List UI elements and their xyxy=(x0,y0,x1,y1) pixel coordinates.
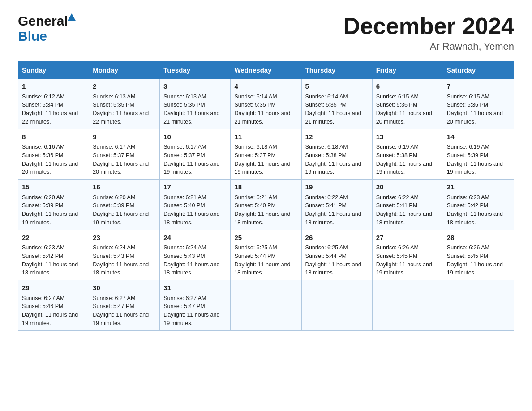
sunset-text: Sunset: 5:43 PM xyxy=(163,252,227,261)
daylight-text: Daylight: 11 hours and 20 minutes. xyxy=(22,160,85,177)
day-number: 18 xyxy=(234,182,297,193)
daylight-text: Daylight: 11 hours and 19 minutes. xyxy=(447,160,510,177)
daylight-text: Daylight: 11 hours and 18 minutes. xyxy=(234,261,297,278)
daylight-text: Daylight: 11 hours and 18 minutes. xyxy=(447,210,510,227)
sunset-text: Sunset: 5:37 PM xyxy=(93,151,156,160)
sunset-text: Sunset: 5:43 PM xyxy=(93,252,156,261)
day-number: 20 xyxy=(376,182,439,193)
day-info: Sunrise: 6:25 AMSunset: 5:44 PMDaylight:… xyxy=(234,244,297,277)
day-info: Sunrise: 6:13 AMSunset: 5:35 PMDaylight:… xyxy=(93,93,156,126)
sunset-text: Sunset: 5:36 PM xyxy=(447,101,510,109)
logo-triangle-icon xyxy=(67,13,76,22)
day-number: 28 xyxy=(447,233,510,243)
day-info: Sunrise: 6:26 AMSunset: 5:45 PMDaylight:… xyxy=(447,244,510,277)
calendar-cell: 3Sunrise: 6:13 AMSunset: 5:35 PMDaylight… xyxy=(160,79,231,129)
calendar-table: SundayMondayTuesdayWednesdayThursdayFrid… xyxy=(18,61,514,331)
day-info: Sunrise: 6:12 AMSunset: 5:34 PMDaylight:… xyxy=(22,93,85,126)
sunrise-text: Sunrise: 6:25 AM xyxy=(305,244,369,252)
calendar-cell: 26Sunrise: 6:25 AMSunset: 5:44 PMDayligh… xyxy=(301,230,372,280)
calendar-cell: 19Sunrise: 6:22 AMSunset: 5:41 PMDayligh… xyxy=(301,180,372,230)
sunset-text: Sunset: 5:45 PM xyxy=(376,252,439,261)
day-info: Sunrise: 6:16 AMSunset: 5:36 PMDaylight:… xyxy=(22,143,85,176)
sunset-text: Sunset: 5:35 PM xyxy=(305,101,369,109)
day-number: 9 xyxy=(93,132,156,142)
sunrise-text: Sunrise: 6:22 AM xyxy=(305,193,369,202)
calendar-cell: 31Sunrise: 6:27 AMSunset: 5:47 PMDayligh… xyxy=(160,280,231,331)
calendar-cell: 6Sunrise: 6:15 AMSunset: 5:36 PMDaylight… xyxy=(372,79,443,129)
sunrise-text: Sunrise: 6:14 AM xyxy=(234,93,297,101)
calendar-header-row: SundayMondayTuesdayWednesdayThursdayFrid… xyxy=(18,62,514,79)
sunset-text: Sunset: 5:36 PM xyxy=(376,101,439,109)
daylight-text: Daylight: 11 hours and 18 minutes. xyxy=(163,210,227,227)
sunset-text: Sunset: 5:39 PM xyxy=(22,201,85,210)
calendar-week-row: 15Sunrise: 6:20 AMSunset: 5:39 PMDayligh… xyxy=(18,180,514,230)
daylight-text: Daylight: 11 hours and 19 minutes. xyxy=(22,210,85,227)
day-number: 17 xyxy=(163,182,227,193)
day-number: 13 xyxy=(376,132,439,142)
sunrise-text: Sunrise: 6:15 AM xyxy=(376,93,439,101)
calendar-location: Ar Rawnah, Yemen xyxy=(343,41,514,52)
calendar-cell: 5Sunrise: 6:14 AMSunset: 5:35 PMDaylight… xyxy=(301,79,372,129)
day-info: Sunrise: 6:15 AMSunset: 5:36 PMDaylight:… xyxy=(447,93,510,126)
day-number: 7 xyxy=(447,81,510,92)
daylight-text: Daylight: 11 hours and 19 minutes. xyxy=(234,160,297,177)
calendar-cell: 20Sunrise: 6:22 AMSunset: 5:41 PMDayligh… xyxy=(372,180,443,230)
day-info: Sunrise: 6:20 AMSunset: 5:39 PMDaylight:… xyxy=(93,193,156,227)
day-number: 30 xyxy=(93,283,156,293)
sunrise-text: Sunrise: 6:21 AM xyxy=(163,193,227,202)
column-header-saturday: Saturday xyxy=(443,62,514,79)
sunrise-text: Sunrise: 6:27 AM xyxy=(163,294,227,303)
calendar-cell: 7Sunrise: 6:15 AMSunset: 5:36 PMDaylight… xyxy=(443,79,514,129)
daylight-text: Daylight: 11 hours and 22 minutes. xyxy=(22,109,85,126)
sunset-text: Sunset: 5:41 PM xyxy=(376,201,439,210)
daylight-text: Daylight: 11 hours and 19 minutes. xyxy=(93,210,156,227)
calendar-cell: 14Sunrise: 6:19 AMSunset: 5:39 PMDayligh… xyxy=(443,129,514,180)
sunset-text: Sunset: 5:44 PM xyxy=(305,252,369,261)
day-number: 11 xyxy=(234,132,297,142)
calendar-cell: 24Sunrise: 6:24 AMSunset: 5:43 PMDayligh… xyxy=(160,230,231,280)
day-number: 4 xyxy=(234,81,297,92)
day-number: 26 xyxy=(305,233,369,243)
day-number: 29 xyxy=(22,283,85,293)
calendar-cell: 4Sunrise: 6:14 AMSunset: 5:35 PMDaylight… xyxy=(231,79,301,129)
day-number: 27 xyxy=(376,233,439,243)
day-info: Sunrise: 6:14 AMSunset: 5:35 PMDaylight:… xyxy=(234,93,297,126)
day-info: Sunrise: 6:18 AMSunset: 5:38 PMDaylight:… xyxy=(305,143,369,176)
day-number: 31 xyxy=(163,283,227,293)
svg-marker-0 xyxy=(67,13,76,21)
sunset-text: Sunset: 5:44 PM xyxy=(234,252,297,261)
sunset-text: Sunset: 5:35 PM xyxy=(93,101,156,109)
day-info: Sunrise: 6:22 AMSunset: 5:41 PMDaylight:… xyxy=(376,193,439,227)
sunrise-text: Sunrise: 6:18 AM xyxy=(234,143,297,151)
sunrise-text: Sunrise: 6:26 AM xyxy=(376,244,439,252)
daylight-text: Daylight: 11 hours and 19 minutes. xyxy=(305,160,369,177)
day-number: 6 xyxy=(376,81,439,92)
day-number: 10 xyxy=(163,132,227,142)
sunrise-text: Sunrise: 6:19 AM xyxy=(376,143,439,151)
calendar-week-row: 22Sunrise: 6:23 AMSunset: 5:42 PMDayligh… xyxy=(18,230,514,280)
column-header-thursday: Thursday xyxy=(301,62,372,79)
calendar-cell: 17Sunrise: 6:21 AMSunset: 5:40 PMDayligh… xyxy=(160,180,231,230)
calendar-cell: 18Sunrise: 6:21 AMSunset: 5:40 PMDayligh… xyxy=(231,180,301,230)
day-info: Sunrise: 6:22 AMSunset: 5:41 PMDaylight:… xyxy=(305,193,369,227)
calendar-cell xyxy=(443,280,514,331)
sunset-text: Sunset: 5:46 PM xyxy=(22,302,85,311)
sunset-text: Sunset: 5:36 PM xyxy=(22,151,85,160)
day-info: Sunrise: 6:17 AMSunset: 5:37 PMDaylight:… xyxy=(163,143,227,176)
daylight-text: Daylight: 11 hours and 19 minutes. xyxy=(376,261,439,278)
day-number: 3 xyxy=(163,81,227,92)
day-number: 1 xyxy=(22,81,85,92)
sunset-text: Sunset: 5:38 PM xyxy=(376,151,439,160)
calendar-cell: 2Sunrise: 6:13 AMSunset: 5:35 PMDaylight… xyxy=(89,79,160,129)
day-info: Sunrise: 6:21 AMSunset: 5:40 PMDaylight:… xyxy=(234,193,297,227)
day-number: 5 xyxy=(305,81,369,92)
calendar-week-row: 8Sunrise: 6:16 AMSunset: 5:36 PMDaylight… xyxy=(18,129,514,180)
sunrise-text: Sunrise: 6:17 AM xyxy=(93,143,156,151)
sunrise-text: Sunrise: 6:17 AM xyxy=(163,143,227,151)
daylight-text: Daylight: 11 hours and 18 minutes. xyxy=(22,261,85,278)
day-info: Sunrise: 6:23 AMSunset: 5:42 PMDaylight:… xyxy=(447,193,510,227)
daylight-text: Daylight: 11 hours and 19 minutes. xyxy=(447,261,510,278)
day-info: Sunrise: 6:23 AMSunset: 5:42 PMDaylight:… xyxy=(22,244,85,277)
day-number: 25 xyxy=(234,233,297,243)
calendar-cell: 8Sunrise: 6:16 AMSunset: 5:36 PMDaylight… xyxy=(18,129,89,180)
